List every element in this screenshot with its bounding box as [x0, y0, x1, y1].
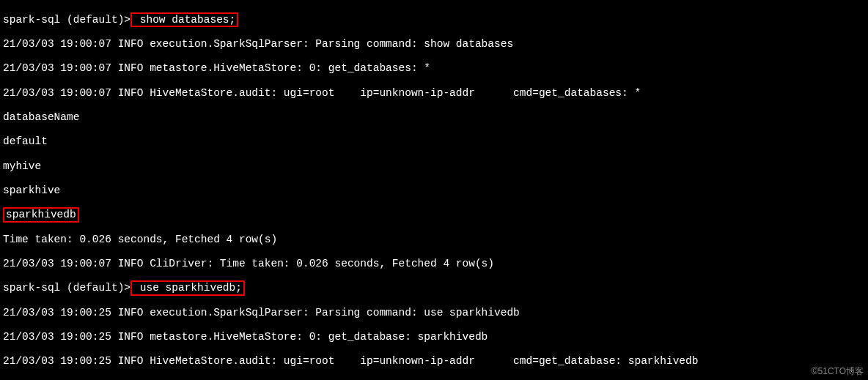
log-line: 21/03/03 19:00:25 INFO HiveMetaStore.aud… — [3, 355, 865, 368]
log-line: 21/03/03 19:00:07 INFO HiveMetaStore.aud… — [3, 87, 865, 100]
column-header: databaseName — [3, 111, 865, 124]
log-line: 21/03/03 19:00:25 INFO execution.SparkSq… — [3, 307, 865, 319]
log-line: 21/03/03 19:00:07 INFO execution.SparkSq… — [3, 38, 865, 51]
db-row-sparkhivedb: sparkhivedb — [3, 207, 79, 223]
log-line: 21/03/03 19:00:07 INFO metastore.HiveMet… — [3, 62, 865, 75]
db-row: sparkhive — [3, 185, 865, 197]
db-row: myhive — [3, 160, 865, 173]
terminal-output: spark-sql (default)> show databases; 21/… — [0, 0, 868, 380]
log-line: 21/03/03 19:00:07 INFO CliDriver: Time t… — [3, 258, 865, 270]
sql-prompt[interactable]: spark-sql (default)> — [3, 282, 130, 294]
command-show-databases: show databases; — [130, 12, 238, 28]
db-row: default — [3, 135, 865, 148]
time-taken: Time taken: 0.026 seconds, Fetched 4 row… — [3, 234, 865, 246]
sql-prompt[interactable]: spark-sql (default)> — [3, 14, 130, 26]
watermark: ©51CTO博客 — [812, 367, 864, 377]
command-use-sparkhivedb: use sparkhivedb; — [130, 280, 245, 296]
log-line: 21/03/03 19:00:25 INFO metastore.HiveMet… — [3, 331, 865, 343]
